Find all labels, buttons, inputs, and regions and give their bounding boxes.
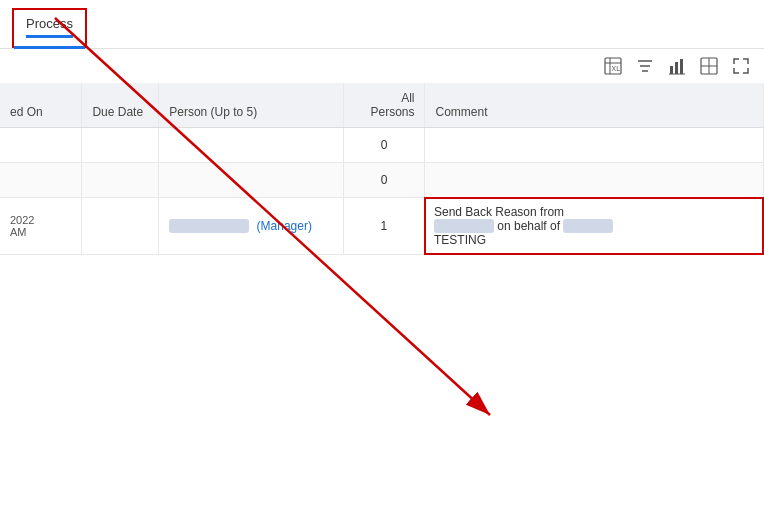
toolbar: XL <box>0 49 764 83</box>
tab-bar: Process <box>0 0 764 49</box>
filter-icon[interactable] <box>634 55 656 77</box>
person-placeholder <box>169 219 249 233</box>
bar-chart-icon[interactable] <box>666 55 688 77</box>
table-row-highlighted: 2022AM (Manager) 1 Send Back Reason from… <box>0 198 763 255</box>
table-layout-icon[interactable] <box>698 55 720 77</box>
cell-assigned-on <box>0 163 82 198</box>
cell-person <box>159 163 343 198</box>
all-persons-label: AllPersons <box>370 91 414 119</box>
svg-text:XL: XL <box>612 65 621 72</box>
cell-assigned-on <box>0 128 82 163</box>
cell-comment <box>425 163 763 198</box>
export-excel-icon[interactable]: XL <box>602 55 624 77</box>
cell-due-date <box>82 198 159 255</box>
svg-rect-8 <box>675 62 678 74</box>
tab-process-label: Process <box>26 16 73 31</box>
cell-all-persons: 0 <box>343 128 425 163</box>
svg-rect-7 <box>670 66 673 74</box>
svg-rect-9 <box>680 59 683 74</box>
tab-process[interactable]: Process <box>12 8 87 48</box>
col-header-all-persons: AllPersons <box>343 83 425 128</box>
col-header-comment: Comment <box>425 83 763 128</box>
cell-all-persons: 0 <box>343 163 425 198</box>
cell-due-date <box>82 163 159 198</box>
table-row: 0 <box>0 163 763 198</box>
comment-placeholder2 <box>563 219 613 233</box>
cell-due-date <box>82 128 159 163</box>
data-table: ed On Due Date Person (Up to 5) AllPerso… <box>0 83 764 255</box>
comment-line3: TESTING <box>434 233 486 247</box>
cell-person: (Manager) <box>159 198 343 255</box>
cell-person <box>159 128 343 163</box>
table-row: 0 <box>0 128 763 163</box>
cell-comment <box>425 128 763 163</box>
comment-line1: Send Back Reason from <box>434 205 564 219</box>
cell-all-persons-highlighted: 1 <box>343 198 425 255</box>
col-header-due-date: Due Date <box>82 83 159 128</box>
manager-label: (Manager) <box>257 219 312 233</box>
comment-placeholder <box>434 219 494 233</box>
cell-comment-highlighted: Send Back Reason from on behalf of TESTI… <box>425 198 763 255</box>
col-header-person: Person (Up to 5) <box>159 83 343 128</box>
cell-assigned-on: 2022AM <box>0 198 82 255</box>
comment-line2: on behalf of <box>497 219 560 233</box>
expand-icon[interactable] <box>730 55 752 77</box>
col-header-assigned-on: ed On <box>0 83 82 128</box>
